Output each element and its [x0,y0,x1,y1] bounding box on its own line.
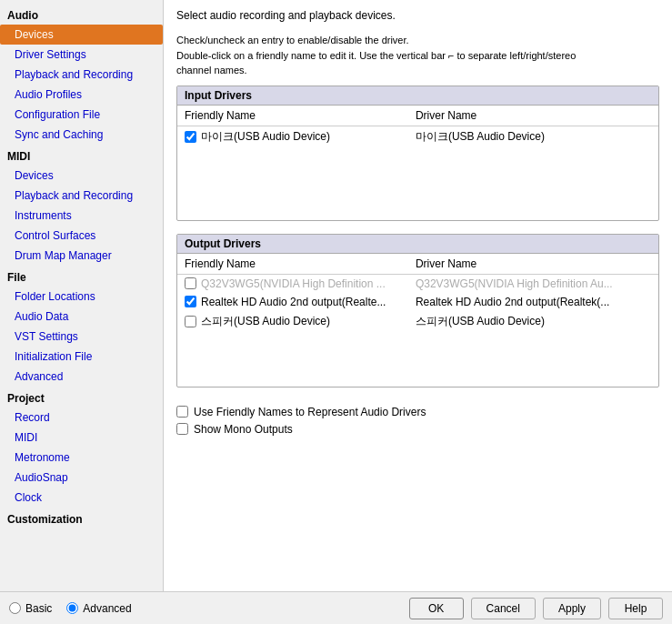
radio-advanced[interactable] [66,602,78,614]
input-driver-rows: 마이크(USB Audio Device)마이크(USB Audio Devic… [177,126,658,220]
output-drivers-box: Output Drivers Friendly Name Driver Name… [176,234,659,387]
option-mono-outputs[interactable]: Show Mono Outputs [176,423,659,436]
sidebar-item-audio-sync-caching[interactable]: Sync and Caching [0,125,163,145]
radio-advanced-text: Advanced [83,602,131,615]
ok-button[interactable]: OK [409,598,464,619]
output-col-friendly: Friendly Name [177,254,408,275]
sidebar-item-file-vst-settings[interactable]: VST Settings [0,327,163,347]
checkbox-friendly-names[interactable] [176,406,188,418]
output-drivers-header: Output Drivers [177,235,658,254]
output-friendly-cell-0[interactable]: Q32V3WG5(NVIDIA High Definition ... [177,274,408,293]
output-drivers-table: Friendly Name Driver Name Q32V3WG5(NVIDI… [177,254,658,387]
output-friendly-name-2: 스피커(USB Audio Device) [201,314,330,329]
input-empty-row-2 [177,184,658,202]
input-friendly-cell-0[interactable]: 마이크(USB Audio Device) [177,126,408,147]
input-empty-row-0 [177,147,658,166]
sidebar: AudioDevicesDriver SettingsPlayback and … [0,0,164,591]
sidebar-item-project-metronome[interactable]: Metronome [0,448,163,468]
sidebar-section-file: File [0,266,163,287]
sidebar-item-midi-control-surfaces[interactable]: Control Surfaces [0,226,163,246]
option-friendly-names-label: Use Friendly Names to Represent Audio Dr… [194,406,426,418]
radio-basic[interactable] [9,602,21,614]
output-driver-rows: Q32V3WG5(NVIDIA High Definition ...Q32V3… [177,274,658,387]
sidebar-item-midi-devices[interactable]: Devices [0,166,163,186]
sidebar-item-midi-drum-map[interactable]: Drum Map Manager [0,246,163,266]
info-line1: Check/uncheck an entry to enable/disable… [176,35,409,45]
output-friendly-cell-1[interactable]: Realtek HD Audio 2nd output(Realte... [177,293,408,311]
output-driver-row-0: Q32V3WG5(NVIDIA High Definition ...Q32V3… [177,274,658,293]
cancel-button[interactable]: Cancel [471,598,536,619]
sidebar-item-audio-devices[interactable]: Devices [0,25,163,45]
input-col-friendly: Friendly Name [177,106,408,126]
sidebar-item-file-initialization[interactable]: Initialization File [0,347,163,367]
output-empty-row-1 [177,350,658,368]
output-col-driver: Driver Name [408,254,658,275]
sidebar-section-project: Project [0,387,163,408]
bottom-buttons: OK Cancel Apply Help [409,598,663,619]
output-checkbox-2[interactable] [185,316,196,327]
radio-basic-text: Basic [25,602,52,615]
radio-basic-label[interactable]: Basic [9,602,52,615]
output-driver-name-2: 스피커(USB Audio Device) [408,311,658,332]
output-empty-row-2 [177,368,658,387]
sidebar-item-file-audio-data[interactable]: Audio Data [0,307,163,327]
radio-advanced-label[interactable]: Advanced [66,602,131,615]
sidebar-item-audio-playback-recording[interactable]: Playback and Recording [0,65,163,85]
content-title: Select audio recording and playback devi… [176,9,659,22]
input-drivers-table: Friendly Name Driver Name 마이크(USB Audio … [177,106,658,220]
output-driver-name-0: Q32V3WG5(NVIDIA High Definition Au... [408,274,658,293]
sidebar-item-project-midi[interactable]: MIDI [0,428,163,448]
output-checkbox-0[interactable] [185,277,196,289]
output-driver-row-1: Realtek HD Audio 2nd output(Realte...Rea… [177,293,658,311]
output-driver-name-1: Realtek HD Audio 2nd output(Realtek(... [408,293,658,311]
input-friendly-name-0: 마이크(USB Audio Device) [201,129,330,145]
output-friendly-name-1: Realtek HD Audio 2nd output(Realte... [201,296,386,308]
radio-group: Basic Advanced [9,602,400,615]
info-line2: Double-click on a friendly name to edit … [176,50,576,61]
sidebar-item-audio-configuration-file[interactable]: Configuration File [0,105,163,125]
output-empty-row-0 [177,332,658,350]
input-driver-row-0: 마이크(USB Audio Device)마이크(USB Audio Devic… [177,126,658,147]
input-drivers-header: Input Drivers [177,86,658,106]
sidebar-section-midi: MIDI [0,145,163,166]
option-mono-outputs-label: Show Mono Outputs [194,423,293,436]
output-friendly-name-0: Q32V3WG5(NVIDIA High Definition ... [201,277,386,290]
sidebar-item-file-folder-locations[interactable]: Folder Locations [0,287,163,307]
help-button[interactable]: Help [608,598,663,619]
options-area: Use Friendly Names to Represent Audio Dr… [176,400,659,441]
sidebar-item-midi-instruments[interactable]: Instruments [0,206,163,226]
sidebar-section-audio: Audio [0,4,163,25]
input-driver-name-0: 마이크(USB Audio Device) [408,126,658,147]
sidebar-item-file-advanced[interactable]: Advanced [0,367,163,387]
sidebar-item-audio-profiles[interactable]: Audio Profiles [0,85,163,105]
sidebar-item-project-audiosnap[interactable]: AudioSnap [0,468,163,488]
input-drivers-box: Input Drivers Friendly Name Driver Name … [176,86,659,221]
sidebar-item-project-clock[interactable]: Clock [0,488,163,508]
sidebar-item-audio-driver-settings[interactable]: Driver Settings [0,45,163,65]
input-empty-row-1 [177,166,658,184]
option-friendly-names[interactable]: Use Friendly Names to Represent Audio Dr… [176,406,659,418]
content-info: Check/uncheck an entry to enable/disable… [176,33,659,78]
output-friendly-cell-2[interactable]: 스피커(USB Audio Device) [177,311,408,332]
input-empty-row-3 [177,202,658,220]
sidebar-section-customization: Customization [0,508,163,528]
bottom-bar: Basic Advanced OK Cancel Apply Help [0,591,672,624]
info-line3: channel names. [176,65,247,75]
sidebar-item-midi-playback-recording[interactable]: Playback and Recording [0,186,163,206]
input-col-driver: Driver Name [408,106,658,126]
sidebar-item-project-record[interactable]: Record [0,408,163,428]
apply-button[interactable]: Apply [543,598,601,619]
output-driver-row-2: 스피커(USB Audio Device)스피커(USB Audio Devic… [177,311,658,332]
content-area: Select audio recording and playback devi… [164,0,672,591]
checkbox-mono-outputs[interactable] [176,423,188,435]
output-checkbox-1[interactable] [185,296,196,307]
input-checkbox-0[interactable] [185,131,196,143]
